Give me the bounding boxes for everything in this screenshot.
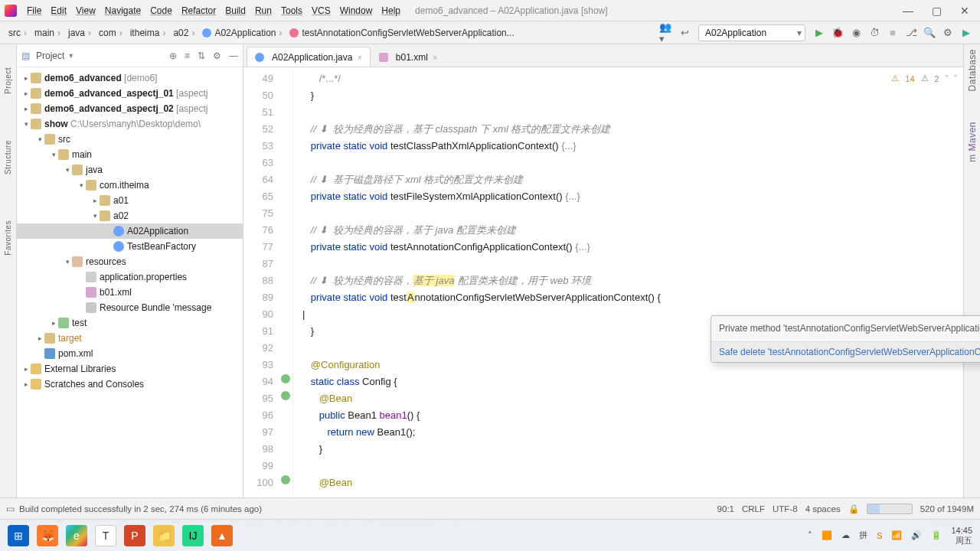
readonly-icon[interactable]: 🔒 xyxy=(848,504,859,514)
tray-wifi-icon[interactable]: 📶 xyxy=(891,530,902,540)
edge-icon[interactable]: e xyxy=(66,525,87,546)
database-tool-icon[interactable]: Database xyxy=(967,49,978,91)
inspection-widget[interactable]: ⚠14 ⚠2 ˆ ˇ xyxy=(891,73,957,83)
tree-item[interactable]: ▸demo6_advanced [demo6] xyxy=(17,70,243,86)
tree-item[interactable]: TestBeanFactory xyxy=(17,239,243,254)
stop-icon[interactable]: ■ xyxy=(886,26,900,40)
close-icon[interactable]: ✕ xyxy=(960,5,969,17)
memory-indicator[interactable] xyxy=(867,504,913,514)
structure-tool-button[interactable]: Structure xyxy=(4,140,12,174)
menu-navigate[interactable]: Navigate xyxy=(101,4,145,18)
status-icon[interactable]: ▭ xyxy=(6,504,15,514)
back-icon[interactable]: ↩ xyxy=(678,26,691,40)
quick-fix-link[interactable]: Safe delete 'testAnnotationConfigServlet… xyxy=(719,347,980,357)
run-icon[interactable]: ▶ xyxy=(812,26,826,40)
tree-item[interactable]: ▸target xyxy=(17,331,243,346)
gear-icon[interactable]: ⚙ xyxy=(213,51,221,61)
menu-help[interactable]: Help xyxy=(377,4,404,18)
menu-window[interactable]: Window xyxy=(336,4,377,18)
breadcrumb-class[interactable]: A02Application xyxy=(198,27,286,39)
line-separator[interactable]: CRLF xyxy=(742,504,765,514)
collapse-icon[interactable]: ⇅ xyxy=(198,51,205,61)
tray-onedrive-icon[interactable]: ☁ xyxy=(841,530,850,540)
tree-item[interactable]: ▾java xyxy=(17,162,243,178)
tray-app-icon[interactable]: 🟧 xyxy=(822,530,832,540)
breadcrumb[interactable]: java xyxy=(64,27,95,39)
breadcrumb[interactable]: com xyxy=(95,27,126,39)
next-highlight-icon[interactable]: ˇ xyxy=(954,74,957,83)
tree-item[interactable]: ▸demo6_advanced_aspectj_02 [aspectj xyxy=(17,101,243,116)
code-editor[interactable]: 4950515253636465757677878889909192939495… xyxy=(243,67,963,508)
tree-item[interactable]: ▾resources xyxy=(17,254,243,269)
breadcrumb[interactable]: itheima xyxy=(126,27,170,39)
menu-tools[interactable]: Tools xyxy=(277,4,306,18)
vcs-icon[interactable]: ⎇ xyxy=(904,26,918,40)
settings-icon[interactable]: ⚙ xyxy=(941,26,955,40)
tray-chevron-icon[interactable]: ˄ xyxy=(808,530,812,540)
file-encoding[interactable]: UTF-8 xyxy=(773,504,798,514)
debug-icon[interactable]: 🐞 xyxy=(831,26,844,40)
tray-battery-icon[interactable]: 🔋 xyxy=(931,530,942,540)
tree-item[interactable]: ▸External Libraries xyxy=(17,361,243,377)
prev-highlight-icon[interactable]: ˆ xyxy=(946,74,949,83)
tree-item[interactable]: ▸a01 xyxy=(17,193,243,208)
tree-item[interactable]: ▾show C:\Users\manyh\Desktop\demo\ xyxy=(17,116,243,132)
tree-item[interactable]: application.properties xyxy=(17,269,243,285)
tree-item[interactable]: ▾src xyxy=(17,132,243,147)
maximize-icon[interactable]: ▢ xyxy=(932,5,942,17)
menu-code[interactable]: Code xyxy=(146,4,176,18)
menu-run[interactable]: Run xyxy=(251,4,276,18)
explorer-icon[interactable]: 📁 xyxy=(153,525,175,546)
breadcrumb[interactable]: a02 xyxy=(169,27,198,39)
favorites-tool-button[interactable]: Favorites xyxy=(4,220,12,256)
vlc-icon[interactable]: ▲ xyxy=(211,525,233,546)
menu-edit[interactable]: Edit xyxy=(47,4,70,18)
menu-view[interactable]: View xyxy=(72,4,100,18)
tree-item[interactable]: ▾main xyxy=(17,147,243,162)
caret-position[interactable]: 90:1 xyxy=(717,504,734,514)
expand-icon[interactable]: ≡ xyxy=(185,51,190,61)
powerpoint-icon[interactable]: P xyxy=(124,525,145,546)
text-app-icon[interactable]: T xyxy=(95,525,116,546)
project-tree[interactable]: ▸demo6_advanced [demo6] ▸demo6_advanced_… xyxy=(17,67,243,508)
editor-tab[interactable]: b01.xml× xyxy=(371,47,446,67)
project-view-switcher[interactable]: ▼ xyxy=(67,52,74,60)
close-tab-icon[interactable]: × xyxy=(433,53,437,62)
start-icon[interactable]: ⊞ xyxy=(8,525,29,546)
tree-item[interactable]: pom.xml xyxy=(17,346,243,361)
menu-file[interactable]: File xyxy=(23,4,45,18)
run-config-select[interactable]: A02Application xyxy=(698,24,805,41)
tree-item[interactable]: Resource Bundle 'message xyxy=(17,300,243,315)
locate-icon[interactable]: ⊕ xyxy=(169,51,177,61)
hide-icon[interactable]: — xyxy=(229,51,238,61)
tray-sogou-icon[interactable]: S xyxy=(877,531,882,540)
breadcrumb[interactable]: src xyxy=(5,27,31,39)
learn-icon[interactable]: ▶ xyxy=(959,26,973,40)
indent-setting[interactable]: 4 spaces xyxy=(805,504,841,514)
minimize-icon[interactable]: — xyxy=(903,5,913,17)
breadcrumb[interactable]: main xyxy=(31,27,64,39)
system-tray[interactable]: ˄ 🟧 ☁ 拼 S 📶 🔊 🔋 14:45 周五 xyxy=(808,526,972,544)
coverage-icon[interactable]: ◉ xyxy=(849,26,863,40)
close-tab-icon[interactable]: × xyxy=(357,53,361,62)
menu-build[interactable]: Build xyxy=(221,4,250,18)
project-panel-title[interactable]: Project xyxy=(36,51,64,61)
editor-tab[interactable]: A02Application.java× xyxy=(247,47,371,67)
profile-icon[interactable]: ⏱ xyxy=(867,26,881,40)
search-icon[interactable]: 🔍 xyxy=(923,26,936,40)
maven-tool-icon[interactable]: m Maven xyxy=(967,122,978,162)
tray-volume-icon[interactable]: 🔊 xyxy=(911,530,922,540)
firefox-icon[interactable]: 🦊 xyxy=(37,525,58,546)
tree-item[interactable]: ▾a02 xyxy=(17,208,243,223)
tree-item[interactable]: ▾com.itheima xyxy=(17,178,243,193)
intellij-icon[interactable]: IJ xyxy=(182,525,204,546)
tray-ime-icon[interactable]: 拼 xyxy=(859,530,867,541)
tree-item[interactable]: A02Application xyxy=(17,223,243,239)
tree-item[interactable]: ▸demo6_advanced_aspectj_01 [aspectj xyxy=(17,86,243,101)
users-icon[interactable]: 👥▾ xyxy=(659,26,673,40)
project-tool-button[interactable]: Project xyxy=(4,67,12,94)
quick-fix-row[interactable]: Safe delete 'testAnnotationConfigServlet… xyxy=(711,341,980,362)
tree-item[interactable]: ▸test xyxy=(17,315,243,331)
tree-item[interactable]: ▸Scratches and Consoles xyxy=(17,377,243,392)
tree-item[interactable]: b01.xml xyxy=(17,285,243,300)
